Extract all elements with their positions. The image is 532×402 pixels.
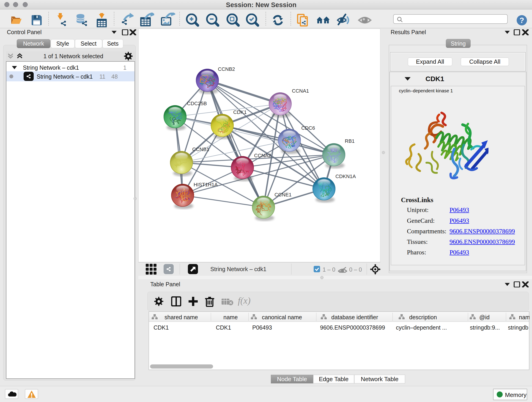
- svg-text:CCNA2: CCNA2: [254, 153, 271, 158]
- svg-text:CCNA1: CCNA1: [292, 88, 309, 94]
- svg-text:CCNB1: CCNB1: [192, 147, 209, 152]
- svg-text:CCNB2: CCNB2: [218, 66, 235, 72]
- svg-text:CDK1: CDK1: [233, 109, 247, 115]
- svg-text:CDC6: CDC6: [301, 125, 315, 131]
- svg-text:HIST1H1A: HIST1H1A: [194, 182, 218, 187]
- svg-text:CDKN1A: CDKN1A: [336, 173, 356, 179]
- svg-text:RB1: RB1: [345, 138, 355, 144]
- svg-text:CCNE1: CCNE1: [274, 192, 292, 198]
- svg-text:CDC25B: CDC25B: [187, 101, 207, 106]
